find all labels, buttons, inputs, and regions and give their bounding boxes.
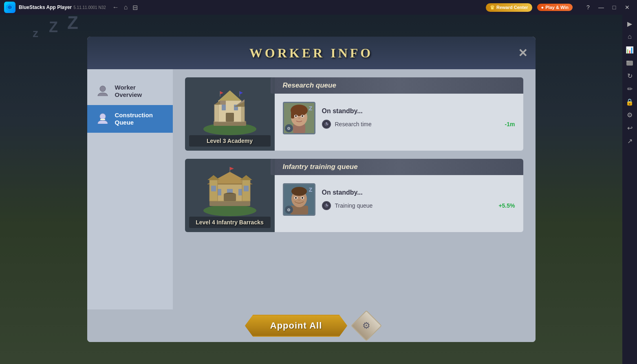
training-queue-value: +5.5%	[498, 202, 515, 209]
infantry-queue-card: Level 4 Infantry Barracks Infantry train…	[185, 159, 523, 232]
svg-rect-65	[626, 61, 629, 62]
svg-marker-21	[240, 91, 243, 94]
academy-building-block: Level 3 Academy	[185, 77, 275, 151]
research-time-value: -1m	[505, 121, 515, 127]
nav-back-btn[interactable]: ←	[112, 4, 119, 11]
male-face-container: z ⚙	[284, 184, 314, 215]
research-worker-details: On standby... Research time -1m	[322, 107, 515, 129]
minimize-btn[interactable]: —	[595, 3, 607, 12]
svg-point-58	[295, 197, 297, 199]
research-stat-row: Research time -1m	[322, 120, 515, 129]
left-nav: Worker Overview Construction Queue	[87, 69, 173, 309]
modal-overlay: WORKER INFO ✕ Worker Overview	[0, 15, 622, 364]
research-queue-title-bar: Research queue	[275, 77, 523, 94]
sidebar-icon-1[interactable]: ▶	[624, 18, 635, 29]
help-btn[interactable]: ?	[582, 3, 594, 12]
modal-footer: Appoint All ⚙	[87, 309, 536, 342]
svg-point-2	[100, 86, 106, 92]
svg-point-29	[295, 115, 297, 117]
nav-item-worker-overview[interactable]: Worker Overview	[87, 77, 173, 105]
infantry-skill-icon: ⚙	[285, 206, 293, 214]
sidebar-icon-refresh[interactable]: ↻	[624, 70, 635, 81]
worker-info-modal: WORKER INFO ✕ Worker Overview	[87, 37, 536, 342]
construction-queue-icon	[95, 112, 110, 126]
svg-rect-43	[224, 194, 236, 201]
research-queue-info: Research queue	[275, 77, 523, 151]
modal-header: WORKER INFO ✕	[87, 37, 536, 69]
infantry-worker-status: On standby...	[322, 189, 515, 196]
sidebar-icon-forward[interactable]: ↗	[624, 135, 635, 147]
sidebar-icon-back[interactable]: ↩	[624, 122, 635, 134]
nav-item-construction-queue[interactable]: Construction Queue	[87, 105, 173, 133]
sidebar-icon-stats[interactable]: 📊	[624, 44, 635, 55]
sidebar-icon-lock[interactable]: 🔒	[624, 96, 635, 107]
nav-home-btn[interactable]: ⌂	[124, 4, 128, 11]
svg-point-55	[291, 187, 307, 196]
window-controls: ? — □ ✕	[582, 3, 633, 12]
svg-rect-48	[211, 186, 216, 191]
settings-gear-icon: ⚙	[362, 320, 370, 331]
research-worker-row: z ⚙ On standby... Research	[275, 94, 523, 143]
research-skill-icon: ⚙	[285, 124, 293, 132]
nav-recent-btn[interactable]: ⊟	[132, 4, 138, 11]
research-queue-card: Level 3 Academy Research queue	[185, 77, 523, 151]
game-area: z Z Z WORKER INFO ✕	[0, 15, 622, 364]
infantry-stat-row: Training queue +5.5%	[322, 201, 515, 210]
worker-overview-icon	[95, 84, 110, 99]
barracks-building-block: Level 4 Infantry Barracks	[185, 159, 275, 232]
infantry-queue-title: Infantry training queue	[283, 163, 358, 171]
barracks-building-label: Level 4 Infantry Barracks	[189, 217, 271, 228]
close-btn[interactable]: ✕	[622, 3, 633, 12]
svg-point-3	[100, 114, 106, 119]
modal-close-btn[interactable]: ✕	[518, 46, 527, 60]
titlebar-right: ♛ Reward Center ● Play & Win ? — □ ✕	[486, 3, 633, 12]
sleep-zzz-research: z	[309, 104, 313, 112]
nav-label-worker-overview: Worker Overview	[115, 84, 142, 99]
research-time-icon	[322, 120, 331, 129]
research-worker-avatar[interactable]: z ⚙	[283, 102, 315, 134]
research-queue-title: Research queue	[283, 81, 336, 89]
svg-marker-19	[220, 91, 223, 94]
svg-rect-49	[244, 186, 249, 191]
sleep-zzz-infantry: z	[309, 185, 313, 194]
app-version: 5.11.11.0001 N32	[73, 5, 106, 10]
infantry-worker-avatar[interactable]: z ⚙	[283, 183, 315, 216]
sidebar-icon-2[interactable]: ⌂	[624, 31, 635, 42]
appoint-all-button[interactable]: Appoint All	[245, 315, 348, 337]
sidebar-icon-settings[interactable]: ⚙	[624, 109, 635, 121]
academy-building-image	[197, 82, 262, 135]
modal-body: Worker Overview Construction Queue	[87, 69, 536, 309]
training-queue-label: Training queue	[335, 202, 495, 209]
svg-marker-47	[240, 175, 252, 180]
infantry-worker-row: z ⚙ On standby...	[275, 175, 523, 224]
svg-marker-51	[230, 167, 234, 170]
modal-title: WORKER INFO	[249, 46, 373, 61]
maximize-btn[interactable]: □	[608, 3, 620, 12]
svg-rect-4	[100, 119, 105, 120]
content-panel: Level 3 Academy Research queue	[173, 69, 536, 309]
settings-button[interactable]: ⚙	[351, 310, 382, 341]
barracks-building-image	[197, 164, 262, 217]
crown-icon: ♛	[490, 4, 495, 11]
svg-marker-16	[214, 101, 220, 105]
research-worker-status: On standby...	[322, 107, 515, 115]
training-queue-icon	[322, 201, 331, 210]
play-win-icon: ●	[541, 5, 544, 10]
svg-rect-26	[291, 110, 294, 118]
play-win-badge[interactable]: ● Play & Win	[537, 4, 573, 11]
svg-marker-45	[207, 175, 220, 180]
infantry-queue-info: Infantry training queue	[275, 159, 523, 232]
infantry-worker-details: On standby... Training queue +5.5%	[322, 189, 515, 210]
svg-point-59	[301, 197, 303, 199]
svg-point-35	[203, 205, 256, 216]
titlebar: BlueStacks App Player 5.11.11.0001 N32 ←…	[0, 0, 637, 15]
research-time-label: Research time	[335, 121, 501, 127]
right-sidebar: ▶ ⌂ 📊 ↻ ✏ 🔒 ⚙ ↩ ↗	[622, 15, 637, 364]
sidebar-icon-edit[interactable]: ✏	[624, 83, 635, 94]
academy-building-label: Level 3 Academy	[189, 135, 271, 147]
titlebar-nav: ← ⌂ ⊟	[112, 4, 138, 11]
infantry-queue-title-bar: Infantry training queue	[275, 159, 523, 175]
sidebar-icon-folder[interactable]	[624, 57, 635, 68]
app-name: BlueStacks App Player	[19, 4, 72, 10]
reward-center-badge[interactable]: ♛ Reward Center	[486, 3, 532, 12]
